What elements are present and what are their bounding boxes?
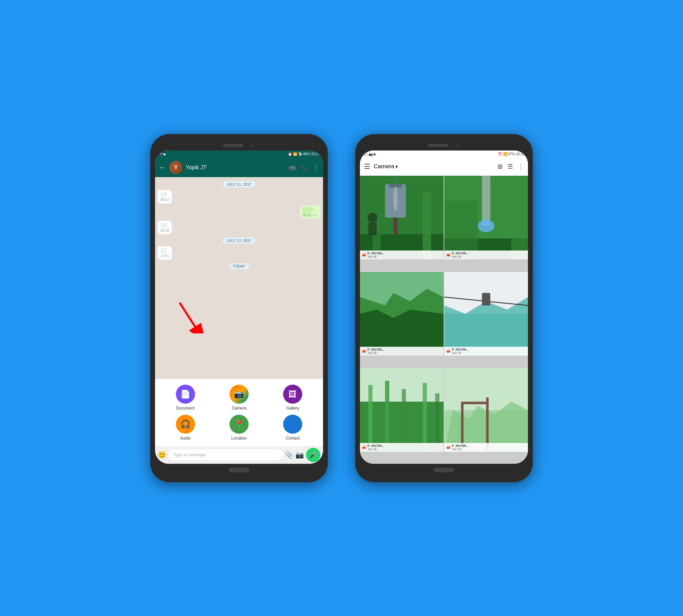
audio-icon-circle: 🎧 (176, 415, 195, 434)
svg-rect-36 (402, 389, 406, 452)
status-bar-left: 📷 ▶ ⏰ 📶 📡 88% 10:27 (155, 151, 323, 158)
gallery-item-6-date: Jun 26 (452, 447, 469, 451)
attachment-menu: 📄 Document 📷 Camera 🖼 Gallery (155, 379, 323, 446)
location-label: Location (231, 436, 247, 441)
img-icon-2: 🏔 (446, 253, 450, 257)
attach-gallery[interactable]: 🖼 Gallery (268, 385, 318, 411)
right-phone: 💬 📷 ▶ ⏰ 📶 87% 10:31 ☰ Camera ▾ ⊞ ☰ ⋮ (355, 134, 533, 482)
camera-input-icon[interactable]: 📷 (295, 451, 304, 459)
phone-top-notch (155, 140, 323, 151)
time-display-right: 10:31 (516, 152, 525, 156)
red-arrow-annotation (176, 299, 204, 335)
gallery-item-2[interactable]: 🏔 P_201706... Jun 26 (444, 176, 528, 259)
gallery-item-5-info: 🏔 P_201706... Jun 26 (360, 443, 444, 452)
status-photo-icon: 📷 (158, 152, 163, 156)
svg-point-7 (393, 186, 398, 211)
gallery-more-icon[interactable]: ⋮ (518, 163, 524, 170)
attach-document[interactable]: 📄 Document (161, 385, 210, 411)
photo-status-icon: 📷 (368, 152, 373, 156)
battery-right: 87% (508, 152, 515, 156)
status-right-left-icons: 💬 📷 ▶ (363, 152, 376, 156)
left-phone: 📷 ▶ ⏰ 📶 📡 88% 10:27 ← Y Yopik JT 📹 📞 ⋮ (150, 134, 328, 482)
msg-time-1: 09:12 (161, 198, 169, 202)
contact-avatar[interactable]: Y (169, 161, 182, 174)
dropdown-chevron-icon[interactable]: ▾ (395, 164, 398, 169)
audio-label: Audio (180, 436, 191, 441)
msg-received-3: 17:41 (158, 246, 172, 260)
svg-rect-37 (423, 383, 427, 452)
whatsapp-status-icon: 💬 (363, 152, 367, 156)
gallery-item-3-info: 🏔 P_201706... Jun 26 (360, 347, 444, 356)
gallery-item-5[interactable]: 🏔 P_201706... Jun 26 (360, 368, 444, 452)
gallery-grid: 🏔 P_201706... Jun 26 (360, 176, 528, 464)
svg-rect-44 (461, 402, 489, 404)
date-badge-today: TODAY (229, 263, 250, 269)
gallery-item-3-name: P_201706... (367, 348, 384, 351)
status-bar-right: 💬 📷 ▶ ⏰ 📶 87% 10:31 (360, 151, 528, 158)
gallery-title: Camera ▾ (374, 163, 494, 170)
contact-name[interactable]: Yopik JT (186, 164, 285, 171)
attach-location[interactable]: 📍 Location (214, 415, 264, 441)
phone-front-camera (250, 143, 255, 148)
gallery-item-5-name: P_201706... (367, 444, 384, 447)
contact-icon: 👤 (288, 419, 298, 429)
video-call-icon[interactable]: 📹 (288, 164, 296, 171)
phone-bottom-bar-left (155, 464, 323, 476)
attach-audio[interactable]: 🎧 Audio (161, 415, 210, 441)
home-button-right[interactable] (434, 468, 454, 472)
phone-bottom-bar-right (360, 464, 528, 476)
gallery-item-4-name: P_201706... (452, 348, 469, 351)
wifi-icon-r: 📶 (503, 152, 507, 156)
attach-contact[interactable]: 👤 Contact (268, 415, 318, 441)
more-options-icon[interactable]: ⋮ (313, 164, 319, 171)
status-play-icon: ▶ (164, 152, 166, 156)
svg-rect-15 (482, 176, 490, 226)
alarm-icon-r: ⏰ (498, 152, 502, 156)
emoji-icon[interactable]: 🙂 (158, 451, 166, 459)
gallery-item-3[interactable]: 🏔 P_201706... Jun 26 (360, 272, 444, 356)
sort-icon[interactable]: ☰ (507, 163, 513, 170)
gallery-item-2-info: 🏔 P_201706... Jun 26 (444, 250, 528, 259)
wifi-icon: 📶 (293, 152, 297, 156)
status-left-icons: 📷 ▶ (158, 152, 166, 156)
phone-speaker (223, 144, 243, 147)
phone-front-camera-right (455, 143, 460, 148)
camera-icon: 📷 (234, 389, 244, 399)
attach-camera[interactable]: 📷 Camera (214, 385, 264, 411)
grid-view-icon[interactable]: ⊞ (498, 163, 503, 170)
gallery-header: ☰ Camera ▾ ⊞ ☰ ⋮ (360, 158, 528, 176)
voice-call-icon[interactable]: 📞 (301, 164, 308, 171)
message-input[interactable]: Type a message (168, 449, 283, 460)
svg-rect-30 (482, 293, 490, 305)
gallery-item-3-date: Jun 26 (367, 351, 384, 355)
gallery-item-1[interactable]: 🏔 P_201706... Jun 26 (360, 176, 444, 259)
home-button-left[interactable] (229, 468, 249, 472)
msg-received-1: 09:12 (158, 190, 172, 203)
msg-time-3: 09:18 (161, 229, 169, 232)
gallery-item-6[interactable]: 🏔 P_201706... Jun 26 (444, 368, 528, 452)
back-button[interactable]: ← (159, 163, 166, 171)
gallery-album-name: Camera (374, 163, 394, 170)
gallery-item-4[interactable]: 🏔 P_201706... Jun 26 (444, 272, 528, 356)
date-badge-july12: JULY 12, 2017 (223, 238, 255, 244)
gallery-item-1-info: 🏔 P_201706... Jun 26 (360, 250, 444, 259)
attach-options-grid: 📄 Document 📷 Camera 🖼 Gallery (161, 385, 318, 441)
gallery-item-4-date: Jun 26 (452, 351, 469, 355)
time-display-left: 10:27 (311, 152, 320, 156)
document-icon-circle: 📄 (176, 385, 195, 404)
msg-sent-1: 09:16 ✓✓ (300, 205, 320, 219)
gallery-item-6-name: P_201706... (452, 444, 469, 447)
audio-icon: 🎧 (180, 419, 191, 429)
svg-rect-19 (511, 192, 528, 259)
gallery-icon: 🖼 (289, 389, 297, 399)
svg-point-11 (367, 212, 377, 222)
contact-icon-circle: 👤 (283, 415, 302, 434)
img-icon-6: 🏔 (446, 445, 450, 450)
mic-button[interactable]: 🎤 (306, 448, 320, 462)
status-right-right-icons: ⏰ 📶 87% 10:31 (498, 152, 525, 156)
gallery-item-6-info: 🏔 P_201706... Jun 26 (444, 443, 528, 452)
paperclip-icon[interactable]: 📎 (285, 451, 293, 459)
hamburger-menu-icon[interactable]: ☰ (364, 162, 370, 171)
date-badge-july11: JULY 11, 2017 (223, 181, 255, 187)
gallery-item-1-date: Jun 26 (367, 255, 384, 258)
